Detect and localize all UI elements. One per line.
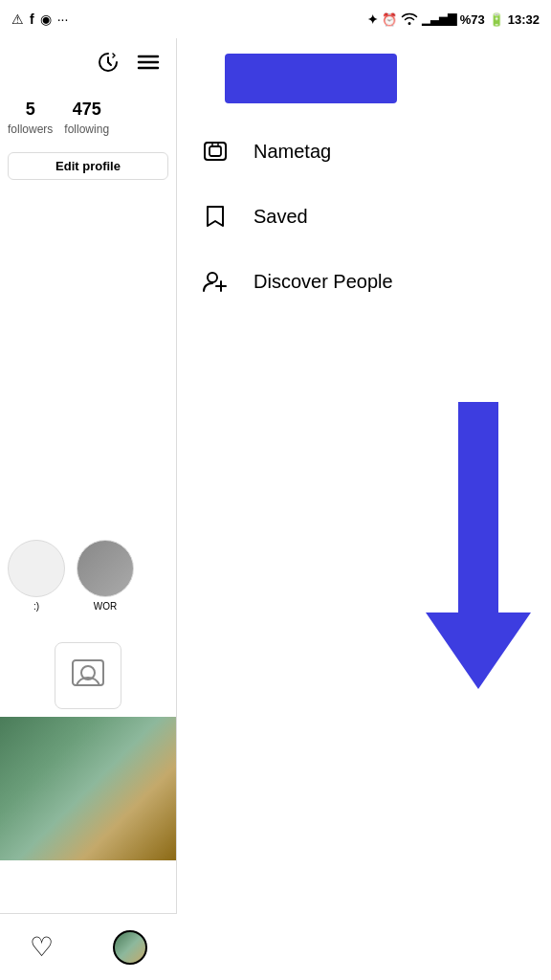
stories-row: :) WOR (0, 524, 176, 627)
nametag-icon (200, 136, 231, 167)
nametag-menu-item[interactable]: Nametag (177, 119, 551, 184)
following-count: 475 (64, 100, 109, 120)
profile-icon-box (55, 642, 121, 709)
following-label: following (64, 122, 109, 136)
history-icon[interactable] (96, 50, 121, 80)
svg-rect-3 (73, 660, 103, 685)
arrow-body (458, 402, 498, 612)
battery-icon: 🔋 (489, 12, 504, 27)
followers-stat[interactable]: 5 followers (8, 100, 53, 137)
saved-label: Saved (253, 206, 308, 228)
wifi-icon (401, 11, 418, 28)
status-bar: ⚠ f ◉ ··· ✦ ⏰ ▁▃▅▇ %73 🔋 13:32 (0, 0, 551, 38)
story-item-2[interactable]: WOR (77, 540, 134, 612)
following-stat[interactable]: 475 following (64, 100, 109, 137)
followers-count: 5 (8, 100, 53, 120)
left-panel-header (0, 38, 176, 92)
arrow-head (426, 612, 531, 689)
svg-point-9 (208, 273, 217, 282)
discover-people-label: Discover People (253, 271, 393, 293)
time-display: 13:32 (508, 12, 540, 27)
signal-icon: ▁▃▅▇ (422, 12, 456, 26)
profile-icon-area (0, 627, 176, 717)
nametag-label: Nametag (253, 141, 331, 163)
story-circle-1 (8, 540, 65, 597)
edit-profile-button[interactable]: Edit profile (8, 152, 168, 180)
status-bar-left: ⚠ f ◉ ··· (11, 11, 68, 27)
more-icon: ··· (57, 11, 69, 27)
followers-label: followers (8, 122, 53, 136)
photo-item[interactable] (0, 717, 177, 860)
left-panel: 5 followers 475 following Edit profile :… (0, 38, 177, 980)
right-panel: Nametag Saved Discover People (177, 38, 551, 980)
arrow-annotation (426, 402, 531, 689)
bottom-nav: ♡ (0, 913, 177, 980)
bluetooth-icon: ✦ (367, 12, 378, 27)
add-person-icon (200, 266, 231, 297)
bookmark-icon (200, 201, 231, 232)
warning-icon: ⚠ (11, 11, 24, 27)
status-bar-right: ✦ ⏰ ▁▃▅▇ %73 🔋 13:32 (367, 11, 540, 28)
svg-rect-5 (205, 143, 226, 160)
patreon-icon: ◉ (40, 11, 52, 27)
battery-percent: %73 (460, 12, 485, 27)
story-item-1[interactable]: :) (8, 540, 65, 612)
story-label-1: :) (33, 601, 39, 612)
stats-row: 5 followers 475 following (0, 92, 176, 145)
hamburger-icon[interactable] (136, 50, 161, 80)
heart-icon[interactable]: ♡ (30, 931, 54, 963)
saved-menu-item[interactable]: Saved (177, 184, 551, 249)
alarm-icon: ⏰ (382, 12, 397, 27)
story-circle-2 (77, 540, 134, 597)
facebook-icon: f (30, 11, 34, 27)
story-label-2: WOR (94, 601, 117, 612)
blue-accent-bar (225, 54, 397, 103)
discover-people-menu-item[interactable]: Discover People (177, 249, 551, 314)
svg-rect-6 (209, 146, 221, 156)
profile-avatar[interactable] (113, 930, 147, 965)
